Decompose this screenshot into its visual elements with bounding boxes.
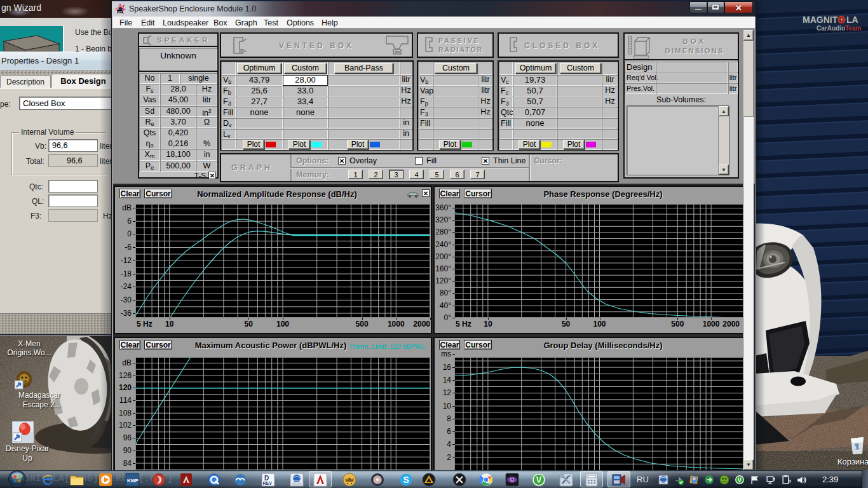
svg-text:Team: Team [845,25,861,32]
svg-text:LA: LA [846,15,858,25]
svg-text:S: S [403,475,409,485]
svg-text:KMP: KMP [127,478,139,484]
svg-text:CarAudio: CarAudio [817,25,845,32]
svg-text:MAGNIT: MAGNIT [803,15,838,25]
svg-text:REV: REV [263,481,273,485]
svg-text:MX: MX [117,10,123,14]
